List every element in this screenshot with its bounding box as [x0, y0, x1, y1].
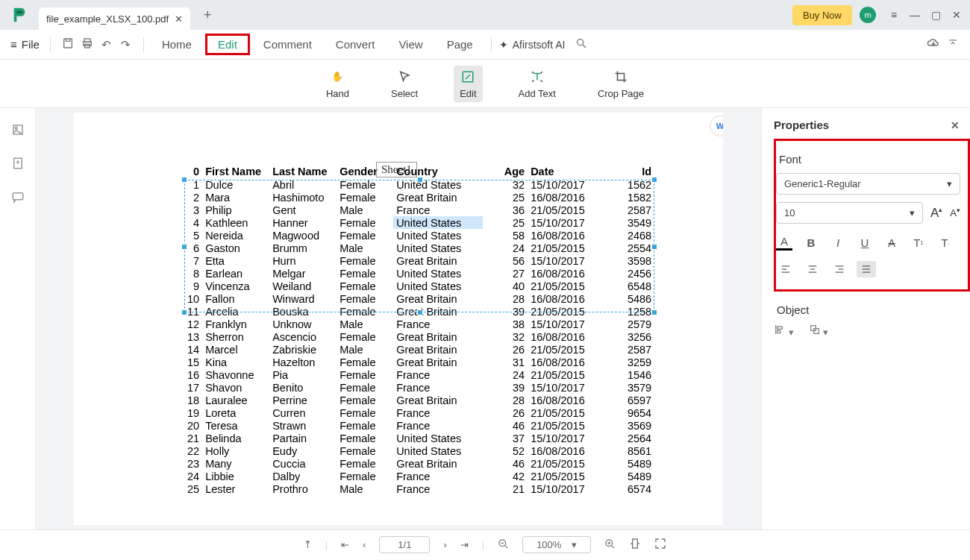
save-icon[interactable] [58, 37, 78, 51]
table-header: Id [602, 165, 654, 178]
svg-line-35 [505, 545, 508, 548]
pdf-page: W Sheet1 0First NameLast NameGenderCount… [74, 113, 723, 525]
superscript-icon[interactable]: T1 [910, 234, 927, 251]
svg-rect-29 [777, 327, 783, 329]
cursor-icon [396, 69, 413, 85]
word-export-icon[interactable]: W [710, 116, 723, 136]
redo-icon[interactable]: ↷ [116, 38, 136, 51]
table-row: 12FranklynUnknowMaleFrance3815/10/201725… [184, 318, 654, 330]
tool-select[interactable]: Select [385, 66, 424, 102]
fit-width-icon[interactable] [629, 538, 641, 552]
table-row: 17ShavonBenitoFemaleFrance3915/10/201735… [184, 381, 654, 394]
table-row: 4KathleenHannerFemaleUnited States2515/1… [184, 216, 654, 229]
ai-button[interactable]: ✦ Afirstsoft AI [499, 39, 566, 51]
align-right-icon[interactable] [830, 261, 849, 277]
collapse-ribbon-icon[interactable] [943, 38, 963, 51]
sheet-label: Sheet1 [376, 162, 417, 177]
tab-title: file_example_XLSX_100.pdf [46, 13, 169, 25]
table-row: 21BelindaPartainFemaleUnited States3715/… [184, 432, 654, 444]
print-icon[interactable] [78, 37, 97, 51]
buy-now-button[interactable]: Buy Now [792, 5, 852, 25]
maximize-icon[interactable]: ▢ [925, 9, 946, 21]
left-sidebar [0, 108, 36, 529]
table-row: 2MaraHashimotoFemaleGreat Britain2516/08… [184, 191, 654, 204]
decrease-font-icon[interactable]: A▾ [950, 207, 960, 218]
object-section: Object ▾ ▾ [774, 303, 970, 338]
thumbnails-icon[interactable] [11, 123, 25, 139]
table-row: 1DulceAbrilFemaleUnited States3215/10/20… [184, 178, 654, 191]
tool-add-text[interactable]: Add Text [513, 66, 562, 102]
strikethrough-icon[interactable]: A [883, 234, 900, 251]
prev-page-icon[interactable]: ‹ [363, 539, 366, 550]
zoom-select[interactable]: 100%▾ [522, 536, 591, 553]
nav-page[interactable]: Page [436, 34, 484, 55]
nav-edit[interactable]: Edit [205, 34, 250, 55]
tool-hand[interactable]: ✋ Hand [320, 66, 355, 102]
close-panel-icon[interactable]: ✕ [951, 119, 960, 131]
nav-convert[interactable]: Convert [325, 34, 386, 55]
next-page-icon[interactable]: › [443, 539, 446, 550]
table-row: 3PhilipGentMaleFrance3621/05/20152587 [184, 204, 654, 216]
font-family-select[interactable]: Generic1-Regular ▾ [776, 173, 960, 195]
document-viewport[interactable]: W Sheet1 0First NameLast NameGenderCount… [36, 108, 761, 529]
bold-icon[interactable]: B [803, 234, 819, 251]
nav-comment[interactable]: Comment [253, 34, 322, 55]
align-object-icon[interactable]: ▾ [774, 324, 794, 338]
table-header: First Name [202, 165, 269, 178]
chevron-down-icon: ▾ [947, 178, 952, 189]
svg-rect-0 [64, 39, 72, 48]
tool-crop-page[interactable]: Crop Page [592, 66, 650, 102]
new-tab-button[interactable]: + [198, 7, 218, 23]
search-icon[interactable] [575, 37, 587, 51]
close-window-icon[interactable]: ✕ [946, 9, 967, 21]
align-left-icon[interactable] [776, 261, 795, 277]
nav-home[interactable]: Home [151, 34, 202, 55]
document-tab[interactable]: file_example_XLSX_100.pdf ✕ [39, 7, 190, 30]
table-row: 23ManyCucciaFemaleGreat Britain4621/05/2… [184, 457, 654, 470]
object-label: Object [777, 303, 961, 316]
italic-icon[interactable]: I [830, 234, 846, 251]
close-tab-icon[interactable]: ✕ [175, 13, 183, 25]
subscript-icon[interactable]: T. [937, 234, 954, 251]
zoom-in-icon[interactable] [604, 538, 616, 552]
table-row: 10FallonWinwardFemaleGreat Britain2816/0… [184, 292, 654, 305]
svg-rect-13 [13, 193, 23, 200]
properties-panel: Properties ✕ Font Generic1-Regular ▾ 10 … [761, 108, 970, 529]
font-label: Font [779, 153, 960, 166]
crop-icon [613, 69, 629, 85]
last-icon[interactable]: ⇥ [460, 539, 469, 550]
svg-rect-40 [633, 539, 638, 548]
cloud-icon[interactable] [924, 37, 943, 52]
svg-point-9 [15, 127, 17, 129]
align-center-icon[interactable] [803, 261, 822, 277]
comment-panel-icon[interactable] [11, 190, 25, 206]
font-color-icon[interactable]: A [776, 234, 792, 251]
add-text-icon [529, 69, 545, 85]
increase-font-icon[interactable]: A▴ [930, 206, 942, 221]
fullscreen-icon[interactable] [654, 538, 666, 552]
hand-icon: ✋ [329, 69, 345, 85]
align-justify-icon[interactable] [857, 261, 876, 277]
zoom-out-icon[interactable] [498, 538, 509, 552]
first-page-icon[interactable]: ⤒ [304, 539, 312, 550]
table-row: 5NereidaMagwoodFemaleUnited States5816/0… [184, 229, 654, 242]
bookmark-icon[interactable] [11, 157, 25, 172]
undo-icon[interactable]: ↶ [97, 38, 116, 51]
file-menu[interactable]: ≡ File [7, 38, 43, 51]
tool-edit[interactable]: Edit [454, 66, 482, 102]
menu-icon[interactable]: ≡ [883, 9, 904, 21]
arrange-object-icon[interactable]: ▾ [809, 324, 829, 338]
user-avatar[interactable]: m [860, 7, 876, 23]
font-size-select[interactable]: 10 ▾ [776, 202, 923, 224]
svg-line-39 [612, 545, 615, 548]
nav-view[interactable]: View [388, 34, 433, 55]
table-row: 7EttaHurnFemaleGreat Britain5615/10/2017… [184, 254, 654, 267]
main-area: W Sheet1 0First NameLast NameGenderCount… [0, 108, 970, 529]
table-header: Last Name [269, 165, 337, 178]
menu-bar: ≡ File ↶ ↷ Home Edit Comment Convert Vie… [0, 30, 970, 60]
font-section: Font Generic1-Regular ▾ 10 ▾ A▴ A▾ A B I… [774, 139, 970, 292]
minimize-icon[interactable]: — [904, 9, 925, 21]
first-icon[interactable]: ⇤ [341, 539, 349, 550]
page-indicator[interactable]: 1/1 [379, 536, 430, 553]
underline-icon[interactable]: U [857, 234, 873, 251]
